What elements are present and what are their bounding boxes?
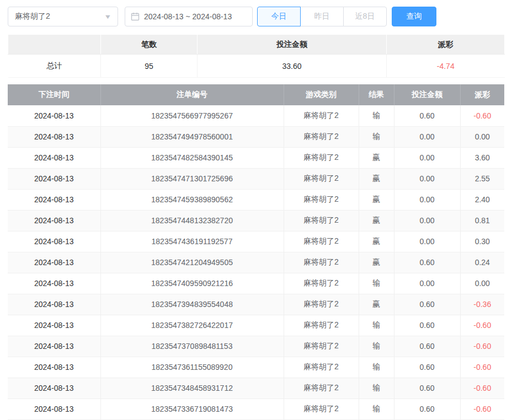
cell-game-type: 麻将胡了2: [284, 105, 359, 126]
cell-bet-amount: 0.60: [394, 315, 460, 336]
cell-bet-time: 2024-08-13: [8, 252, 100, 273]
header-game-type: 游戏类别: [284, 84, 359, 105]
summary-total-bet-amount: 33.60: [198, 55, 387, 78]
cell-game-type: 麻将胡了2: [284, 315, 359, 336]
cell-bet-id: 1823547421204949505: [100, 252, 284, 273]
table-row: 2024-08-131823547394839554048麻将胡了2赢0.60-…: [8, 294, 504, 315]
cell-result: 输: [359, 357, 394, 378]
cell-game-type: 麻将胡了2: [284, 399, 359, 419]
query-button[interactable]: 查询: [392, 7, 436, 26]
table-row: 2024-08-131823547459389890562麻将胡了2赢0.002…: [8, 189, 504, 210]
cell-payout: 0.30: [460, 231, 504, 252]
cell-bet-time: 2024-08-13: [8, 378, 100, 399]
table-header-row: 下注时间 注单编号 游戏类别 结果 投注金额 派彩: [8, 84, 504, 105]
cell-payout: -0.60: [460, 378, 504, 399]
table-row: 2024-08-131823547382726422017麻将胡了2输0.60-…: [8, 315, 504, 336]
cell-bet-amount: 0.00: [394, 231, 460, 252]
cell-bet-id: 1823547459389890562: [100, 189, 284, 210]
date-range-value: 2024-08-13 ~ 2024-08-13: [144, 12, 232, 21]
cell-payout: -0.60: [460, 315, 504, 336]
cell-payout: 0.81: [460, 210, 504, 231]
cell-game-type: 麻将胡了2: [284, 168, 359, 189]
cell-result: 输: [359, 105, 394, 126]
cell-bet-time: 2024-08-13: [8, 210, 100, 231]
cell-payout: -0.60: [460, 399, 504, 419]
table-row: 2024-08-131823547471301725696麻将胡了2赢0.002…: [8, 168, 504, 189]
cell-bet-id: 1823547471301725696: [100, 168, 284, 189]
table-row: 2024-08-131823547370898481153麻将胡了2输0.60-…: [8, 336, 504, 357]
summary-total-count: 95: [101, 55, 198, 78]
cell-payout: 2.55: [460, 168, 504, 189]
cell-result: 赢: [359, 210, 394, 231]
cell-result: 输: [359, 273, 394, 294]
cell-bet-amount: 0.00: [394, 147, 460, 168]
cell-bet-id: 1823547566977995267: [100, 105, 284, 126]
summary-header-row: 笔数 投注金额 派彩: [8, 35, 505, 55]
header-bet-id: 注单编号: [100, 84, 284, 105]
table-row: 2024-08-131823547361155089920麻将胡了2输0.60-…: [8, 357, 504, 378]
cell-bet-amount: 0.60: [394, 105, 460, 126]
table-row: 2024-08-131823547348458931712麻将胡了2输0.60-…: [8, 378, 504, 399]
chevron-down-icon: ▼: [104, 13, 111, 20]
cell-bet-time: 2024-08-13: [8, 273, 100, 294]
last-8-days-button[interactable]: 近8日: [343, 7, 387, 26]
bet-records-table: 下注时间 注单编号 游戏类别 结果 投注金额 派彩 2024-08-131823…: [8, 84, 504, 420]
cell-bet-time: 2024-08-13: [8, 168, 100, 189]
cell-bet-time: 2024-08-13: [8, 189, 100, 210]
cell-game-type: 麻将胡了2: [284, 231, 359, 252]
cell-payout: 0.00: [460, 126, 504, 147]
cell-payout: -0.60: [460, 336, 504, 357]
table-row: 2024-08-131823547409590921216麻将胡了2输0.000…: [8, 273, 504, 294]
cell-result: 赢: [359, 294, 394, 315]
cell-game-type: 麻将胡了2: [284, 126, 359, 147]
cell-payout: -0.60: [460, 105, 504, 126]
cell-bet-time: 2024-08-13: [8, 147, 100, 168]
cell-game-type: 麻将胡了2: [284, 294, 359, 315]
cell-bet-id: 1823547482584390145: [100, 147, 284, 168]
cell-bet-time: 2024-08-13: [8, 105, 100, 126]
bet-table-body: 2024-08-131823547566977995267麻将胡了2输0.60-…: [8, 105, 504, 419]
cell-bet-id: 1823547361155089920: [100, 357, 284, 378]
game-select[interactable]: 麻将胡了2 ▼: [8, 7, 118, 26]
cell-payout: 2.40: [460, 189, 504, 210]
table-row: 2024-08-131823547566977995267麻将胡了2输0.60-…: [8, 105, 504, 126]
cell-bet-amount: 0.60: [394, 336, 460, 357]
cell-bet-id: 1823547409590921216: [100, 273, 284, 294]
cell-bet-amount: 0.00: [394, 189, 460, 210]
table-row: 2024-08-131823547448132382720麻将胡了2赢0.000…: [8, 210, 504, 231]
calendar-icon: [131, 12, 140, 21]
cell-payout: 0.00: [460, 273, 504, 294]
cell-result: 输: [359, 399, 394, 419]
cell-game-type: 麻将胡了2: [284, 147, 359, 168]
bet-records-page: 麻将胡了2 ▼ 2024-08-13 ~ 2024-08-13 今日 昨日 近8…: [0, 0, 512, 420]
cell-bet-time: 2024-08-13: [8, 231, 100, 252]
today-button[interactable]: 今日: [257, 7, 301, 26]
cell-bet-id: 1823547448132382720: [100, 210, 284, 231]
quick-range-group: 今日 昨日 近8日: [257, 7, 387, 26]
cell-payout: -0.60: [460, 357, 504, 378]
cell-bet-id: 1823547382726422017: [100, 315, 284, 336]
cell-bet-id: 1823547348458931712: [100, 378, 284, 399]
cell-bet-id: 1823547494978560001: [100, 126, 284, 147]
cell-game-type: 麻将胡了2: [284, 378, 359, 399]
date-range-picker[interactable]: 2024-08-13 ~ 2024-08-13: [125, 7, 253, 26]
cell-result: 赢: [359, 252, 394, 273]
summary-total-payout: -4.74: [387, 55, 505, 78]
table-row: 2024-08-131823547482584390145麻将胡了2赢0.003…: [8, 147, 504, 168]
yesterday-button[interactable]: 昨日: [300, 7, 344, 26]
cell-bet-id: 1823547436191192577: [100, 231, 284, 252]
header-bet-time: 下注时间: [8, 84, 100, 105]
cell-bet-time: 2024-08-13: [8, 399, 100, 419]
cell-game-type: 麻将胡了2: [284, 336, 359, 357]
table-row: 2024-08-131823547494978560001麻将胡了2输0.000…: [8, 126, 504, 147]
cell-result: 输: [359, 126, 394, 147]
cell-bet-time: 2024-08-13: [8, 126, 100, 147]
summary-header-payout: 派彩: [387, 35, 505, 55]
summary-header-count: 笔数: [101, 35, 198, 55]
header-payout: 派彩: [460, 84, 504, 105]
cell-result: 赢: [359, 189, 394, 210]
cell-result: 输: [359, 378, 394, 399]
cell-bet-amount: 0.60: [394, 399, 460, 419]
cell-bet-time: 2024-08-13: [8, 294, 100, 315]
summary-total-row: 总计 95 33.60 -4.74: [8, 55, 505, 78]
